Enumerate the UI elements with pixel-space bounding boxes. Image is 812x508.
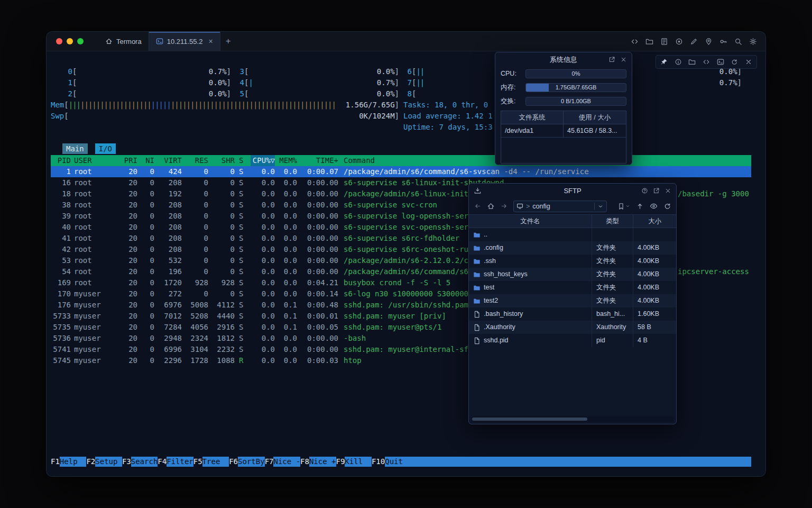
fkey-F9[interactable]: F9 bbox=[336, 457, 345, 467]
time-cell: 0:00.14 bbox=[297, 288, 338, 300]
fkey-F3[interactable]: F3 bbox=[122, 457, 131, 467]
file-row-.config[interactable]: .config文件夹4.00KB bbox=[469, 241, 676, 255]
record-icon[interactable] bbox=[675, 38, 683, 46]
tab-home[interactable]: Termora bbox=[98, 32, 149, 51]
fkey-label-F2[interactable]: Setup bbox=[95, 457, 122, 467]
fkey-label-F8[interactable]: Nice + bbox=[309, 457, 336, 467]
fkey-F7[interactable]: F7 bbox=[265, 457, 274, 467]
sftp-titlebar[interactable]: SFTP bbox=[469, 184, 676, 198]
code-icon[interactable] bbox=[631, 38, 639, 46]
htop-tab-I/O[interactable]: I/O bbox=[95, 143, 116, 154]
terminal-icon[interactable] bbox=[717, 58, 724, 66]
tab-session[interactable]: 10.211.55.2 × bbox=[149, 32, 220, 51]
cpu-cell: 0.0 bbox=[251, 311, 275, 322]
new-tab-button[interactable]: + bbox=[220, 32, 236, 51]
external-icon[interactable] bbox=[608, 56, 615, 63]
horizontal-scrollbar[interactable] bbox=[471, 416, 674, 422]
notes-icon[interactable] bbox=[660, 38, 668, 46]
question-icon[interactable] bbox=[641, 187, 648, 194]
header-size[interactable]: 大小 bbox=[633, 215, 676, 228]
file-row-.ssh[interactable]: .ssh文件夹4.00KB bbox=[469, 255, 676, 268]
maximize-window-button[interactable] bbox=[77, 38, 84, 44]
close-icon[interactable] bbox=[745, 58, 752, 66]
pin-icon[interactable] bbox=[660, 58, 668, 66]
folder-icon[interactable] bbox=[645, 38, 653, 46]
file-row-ssh_host_keys[interactable]: ssh_host_keys文件夹4.00KB bbox=[469, 268, 676, 281]
header-type[interactable]: 类型 bbox=[592, 215, 633, 228]
fkey-F8[interactable]: F8 bbox=[300, 457, 309, 467]
close-icon[interactable] bbox=[620, 56, 627, 63]
path-breadcrumb[interactable]: >config bbox=[513, 201, 607, 212]
column-header[interactable]: VIRT bbox=[154, 155, 182, 166]
fkey-label-F1[interactable]: Help bbox=[60, 457, 87, 467]
minimize-window-button[interactable] bbox=[67, 38, 73, 44]
settings-icon[interactable] bbox=[749, 38, 757, 46]
pencil-icon[interactable] bbox=[690, 38, 698, 46]
fkey-label-F7[interactable]: Nice - bbox=[273, 457, 300, 467]
fkey-label-F6[interactable]: SortBy bbox=[238, 457, 265, 467]
file-row-sshd.pid[interactable]: sshd.pidpid4 B bbox=[469, 334, 676, 347]
mem-cell: 0.0 bbox=[275, 188, 297, 199]
fkey-F1[interactable]: F1 bbox=[51, 457, 60, 467]
column-header[interactable]: PID bbox=[51, 155, 71, 166]
file-type: pid bbox=[592, 334, 633, 347]
close-tab-icon[interactable]: × bbox=[208, 37, 213, 46]
cpu-cell: 0.0 bbox=[251, 233, 275, 244]
code-icon[interactable] bbox=[703, 58, 710, 66]
column-header[interactable]: S bbox=[239, 155, 251, 166]
column-header[interactable]: NI bbox=[137, 155, 154, 166]
bookmark-control[interactable] bbox=[617, 203, 630, 210]
back-icon[interactable] bbox=[474, 202, 482, 210]
htop-tab-Main[interactable]: Main bbox=[62, 143, 88, 154]
refresh-icon[interactable] bbox=[663, 202, 671, 210]
file-row-.Xauthority[interactable]: .XauthorityXauthority58 B bbox=[469, 321, 676, 334]
folder-icon[interactable] bbox=[688, 58, 696, 66]
up-icon[interactable] bbox=[636, 202, 644, 210]
scrollbar-thumb[interactable] bbox=[472, 418, 587, 421]
header-filename[interactable]: 文件名 bbox=[469, 215, 592, 228]
key-icon[interactable] bbox=[719, 38, 727, 46]
fkey-label-F9[interactable]: Kill bbox=[345, 457, 372, 467]
file-row-.bash_history[interactable]: .bash_historybash_hi...1.60KB bbox=[469, 307, 676, 321]
chevron-down-icon[interactable] bbox=[597, 203, 604, 210]
fkey-label-F4[interactable]: Filter bbox=[167, 457, 193, 467]
column-header[interactable]: MEM% bbox=[275, 155, 297, 166]
disk-row[interactable]: /dev/vda145.61GB / 58.3... bbox=[501, 124, 626, 138]
file-size: 4.00KB bbox=[633, 255, 676, 268]
process-row-1[interactable]: 1root20042400S0.00.00:00.07/package/admi… bbox=[51, 166, 751, 177]
file-row-test2[interactable]: test2文件夹4.00KB bbox=[469, 294, 676, 307]
fkey-F10[interactable]: F10 bbox=[372, 457, 385, 467]
forward-icon[interactable] bbox=[500, 202, 508, 210]
close-window-button[interactable] bbox=[56, 38, 62, 44]
file-row-..[interactable]: .. bbox=[469, 228, 676, 241]
file-row-test[interactable]: test文件夹4.00KB bbox=[469, 281, 676, 294]
column-header[interactable]: CPU%▽ bbox=[251, 155, 275, 166]
location-icon[interactable] bbox=[705, 38, 713, 46]
refresh-icon[interactable] bbox=[731, 58, 738, 66]
fkey-label-F3[interactable]: Search bbox=[131, 457, 158, 467]
eye-icon[interactable] bbox=[650, 202, 658, 210]
fkey-label-F5[interactable]: Tree bbox=[202, 457, 229, 467]
system-info-titlebar[interactable]: 系统信息 bbox=[495, 52, 632, 67]
external-icon[interactable] bbox=[653, 187, 660, 194]
time-cell: 0:00.00 bbox=[297, 199, 338, 211]
chevron-down-icon[interactable] bbox=[625, 204, 630, 208]
fkey-F4[interactable]: F4 bbox=[158, 457, 167, 467]
close-icon[interactable] bbox=[665, 187, 671, 194]
bookmark-icon[interactable] bbox=[617, 203, 625, 210]
download-icon[interactable] bbox=[474, 187, 482, 195]
fkey-label-F10[interactable]: Quit bbox=[385, 457, 412, 467]
fkey-F5[interactable]: F5 bbox=[193, 457, 202, 467]
column-header[interactable]: TIME+ bbox=[297, 155, 338, 166]
column-header[interactable]: SHR bbox=[208, 155, 235, 166]
home-icon[interactable] bbox=[487, 202, 495, 210]
column-header[interactable]: PRI bbox=[118, 155, 137, 166]
info-icon[interactable] bbox=[675, 58, 682, 66]
file-name-label: test bbox=[484, 281, 494, 294]
fkey-F6[interactable]: F6 bbox=[229, 457, 238, 467]
fkey-F2[interactable]: F2 bbox=[86, 457, 95, 467]
column-header[interactable]: RES bbox=[182, 155, 208, 166]
pid-cell: 176 bbox=[51, 300, 71, 311]
search-icon[interactable] bbox=[734, 38, 742, 46]
column-header[interactable]: USER bbox=[74, 155, 118, 166]
